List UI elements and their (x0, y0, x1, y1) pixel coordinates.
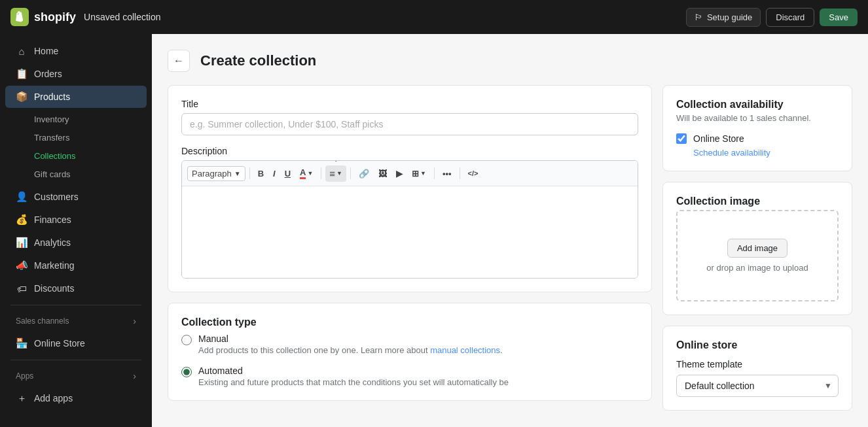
sidebar-item-discounts[interactable]: 🏷 Discounts (5, 277, 147, 299)
sidebar-item-finances-label: Finances (34, 214, 71, 225)
underline-button[interactable]: U (281, 166, 295, 181)
sidebar-item-customers-label: Customers (34, 192, 79, 202)
availability-card: Collection availability Will be availabl… (662, 85, 852, 171)
sales-channels-expand-icon: › (133, 316, 136, 326)
bold-button[interactable]: B (254, 166, 268, 181)
color-chevron-icon: ▼ (307, 170, 313, 177)
collection-type-radio-group: Manual Add products to this collection o… (181, 331, 638, 387)
flag-icon: 🏳 (695, 12, 703, 22)
online-store-checkbox[interactable] (676, 133, 687, 144)
description-editor: Paragraph ▼ B I U A ▼ Alignmen (181, 160, 638, 279)
sidebar-apps-section[interactable]: Apps › (5, 366, 147, 386)
image-button[interactable]: 🖼 (374, 166, 391, 181)
more-button[interactable]: ••• (439, 166, 456, 181)
description-label: Description (181, 146, 638, 156)
shopify-logo[interactable]: shopify (10, 8, 76, 26)
manual-radio-label: Manual (198, 333, 503, 344)
sidebar-item-inventory[interactable]: Inventory (5, 111, 147, 128)
sidebar-item-analytics[interactable]: 📊 Analytics (5, 231, 147, 254)
align-button[interactable]: Alignment ≡ ▼ (325, 165, 346, 182)
collection-type-title: Collection type (181, 316, 638, 328)
video-icon: ▶ (396, 169, 403, 179)
sidebar-item-marketing[interactable]: 📣 Marketing (5, 254, 147, 277)
online-store-icon: 🏪 (16, 337, 27, 349)
table-chevron-icon: ▼ (420, 170, 426, 177)
sidebar-item-add-apps-label: Add apps (34, 393, 73, 403)
automated-radio-item: Automated Existing and future products t… (181, 366, 638, 387)
manual-collections-link[interactable]: manual collections (430, 345, 500, 355)
video-button[interactable]: ▶ (392, 166, 407, 181)
sidebar-item-orders[interactable]: 📋 Orders (5, 63, 147, 85)
content-layout: Title Description Paragraph ▼ B I U (168, 85, 852, 411)
sidebar-sales-channels-section[interactable]: Sales channels › (5, 311, 147, 332)
topbar: shopify Unsaved collection 🏳 Setup guide… (0, 0, 868, 34)
content-main: Title Description Paragraph ▼ B I U (168, 85, 652, 401)
sidebar-item-finances[interactable]: 💰 Finances (5, 209, 147, 231)
schedule-availability-link[interactable]: Schedule availability (693, 148, 770, 158)
sidebar-item-customers[interactable]: 👤 Customers (5, 186, 147, 208)
sidebar-item-analytics-label: Analytics (34, 237, 71, 248)
toolbar-sep-3 (350, 167, 351, 179)
topbar-right: 🏳 Setup guide Discard Save (686, 8, 858, 27)
link-icon: 🔗 (359, 169, 369, 179)
sales-channels-label: Sales channels (16, 316, 69, 326)
logo-text: shopify (34, 10, 76, 24)
sidebar-item-collections[interactable]: Collections (5, 147, 147, 165)
back-button[interactable]: ← (168, 50, 190, 72)
discard-button[interactable]: Discard (766, 8, 814, 27)
save-button[interactable]: Save (820, 9, 858, 26)
online-store-label: Online Store (693, 133, 744, 144)
image-upload-area[interactable]: Add image or drop an image to upload (676, 210, 839, 301)
sidebar-item-gift-cards[interactable]: Gift cards (5, 165, 147, 183)
transfers-label: Transfers (34, 133, 69, 143)
products-submenu: Inventory Transfers Collections Gift car… (0, 109, 152, 185)
theme-template-select-wrapper: Default collection ▼ (676, 375, 839, 397)
availability-row: Online Store (676, 133, 839, 144)
shopify-logo-icon (10, 8, 29, 26)
sidebar-item-transfers[interactable]: Transfers (5, 129, 147, 146)
orders-icon: 📋 (16, 68, 27, 80)
toolbar-sep-2 (321, 167, 321, 179)
toolbar-sep-1 (249, 167, 250, 179)
collection-type-card: Collection type Manual Add products to t… (168, 303, 652, 401)
home-icon: ⌂ (16, 45, 27, 57)
sidebar-item-add-apps[interactable]: ＋ Add apps (5, 387, 147, 409)
title-label: Title (181, 99, 638, 109)
sidebar-item-marketing-label: Marketing (34, 260, 74, 271)
sidebar-item-online-store[interactable]: 🏪 Online Store (5, 332, 147, 354)
code-button[interactable]: </> (464, 167, 482, 180)
manual-radio[interactable] (181, 335, 192, 345)
description-editor-body[interactable] (182, 186, 638, 278)
manual-radio-content: Manual Add products to this collection o… (198, 333, 503, 355)
title-input[interactable] (181, 113, 638, 135)
content-side: Collection availability Will be availabl… (662, 85, 852, 411)
discounts-icon: 🏷 (16, 282, 27, 294)
paragraph-select[interactable]: Paragraph ▼ (187, 166, 245, 181)
sidebar-divider-1 (10, 305, 141, 305)
marketing-icon: 📣 (16, 260, 27, 271)
color-button[interactable]: A ▼ (296, 165, 317, 182)
link-button[interactable]: 🔗 (355, 166, 373, 181)
online-store-card-title: Online store (676, 339, 839, 351)
automated-radio-content: Automated Existing and future products t… (198, 366, 509, 387)
automated-radio-label: Automated (198, 366, 509, 376)
setup-guide-button[interactable]: 🏳 Setup guide (686, 8, 761, 27)
automated-radio-desc: Existing and future products that match … (198, 377, 509, 387)
collection-image-card: Collection image Add image or drop an im… (662, 182, 852, 315)
add-image-button[interactable]: Add image (727, 239, 787, 258)
manual-radio-desc: Add products to this collection one by o… (198, 345, 503, 355)
topbar-page-title: Unsaved collection (84, 12, 161, 22)
sidebar-item-products[interactable]: 📦 Products (5, 86, 147, 108)
sidebar-item-home[interactable]: ⌂ Home (5, 40, 147, 62)
table-button[interactable]: ⊞ ▼ (408, 166, 430, 181)
apps-expand-icon: › (133, 371, 136, 381)
finances-icon: 💰 (16, 214, 27, 226)
setup-guide-label: Setup guide (707, 12, 752, 22)
sidebar-item-home-label: Home (34, 46, 58, 56)
sidebar: ⌂ Home 📋 Orders 📦 Products Inventory Tra… (0, 34, 152, 427)
align-icon: ≡ (329, 168, 335, 179)
italic-button[interactable]: I (269, 166, 280, 181)
theme-template-select[interactable]: Default collection (676, 375, 839, 397)
automated-radio[interactable] (181, 367, 192, 377)
table-icon: ⊞ (412, 169, 419, 179)
